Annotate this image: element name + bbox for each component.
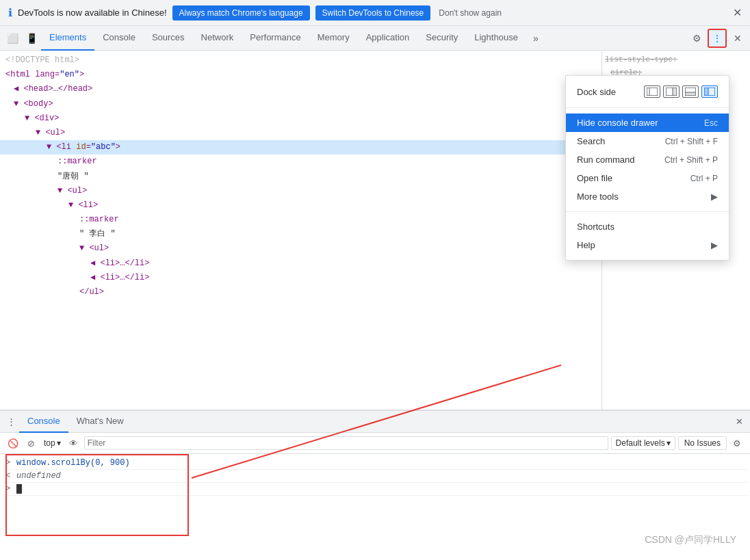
inspect-element-icon[interactable]: ⬜ xyxy=(3,29,22,48)
close-devtools-icon[interactable]: ✕ xyxy=(728,29,747,48)
dom-line[interactable]: ▼ <div> xyxy=(0,111,602,126)
dom-line[interactable]: " 李白 " xyxy=(0,227,602,241)
menu-item-label: Help xyxy=(577,240,595,250)
style-line: list-style-type: xyxy=(605,53,747,66)
match-language-button[interactable]: Always match Chrome's language xyxy=(172,5,310,21)
console-entry: < undefined xyxy=(3,470,747,483)
three-dot-menu-icon[interactable]: ⋮ xyxy=(708,29,727,48)
notification-bar: ℹ DevTools is now available in Chinese! … xyxy=(0,0,750,26)
dropdown-arrow-icon: ▾ xyxy=(667,438,671,448)
drawer-tab-whats-new[interactable]: What's New xyxy=(68,411,132,433)
default-levels-dropdown[interactable]: Default levels ▾ xyxy=(611,436,675,450)
device-toolbar-icon[interactable]: 📱 xyxy=(22,29,41,48)
dock-side-label: Dock side xyxy=(577,87,616,97)
menu-item-label: Search xyxy=(577,136,605,146)
settings-icon[interactable]: ⚙ xyxy=(687,29,706,48)
dock-right-icon[interactable] xyxy=(663,85,680,98)
console-toolbar: 🚫 ⊘ top ▾ 👁 Default levels ▾ No Issues ⚙ xyxy=(0,433,750,454)
menu-primary-section: Hide console drawer Esc Search Ctrl + Sh… xyxy=(566,108,729,212)
dom-line-selected[interactable]: ▼ <li id="abc"> xyxy=(0,140,602,155)
menu-item-search[interactable]: Search Ctrl + Shift + F xyxy=(566,132,729,150)
menu-shortcut: Esc xyxy=(704,118,718,128)
dom-line[interactable]: ▼ <ul> xyxy=(0,241,602,256)
dom-line[interactable]: ▼ <ul> xyxy=(0,126,602,140)
tab-elements[interactable]: Elements xyxy=(41,26,94,51)
menu-item-open-file[interactable]: Open file Ctrl + P xyxy=(566,169,729,187)
console-result: undefined xyxy=(16,471,61,481)
drawer-menu-icon[interactable]: ⋮ xyxy=(3,414,19,430)
tab-security[interactable]: Security xyxy=(417,26,466,51)
console-return-icon: < xyxy=(5,471,14,481)
main-area: <!DOCTYPE html> <html lang="en"> ◀ <head… xyxy=(0,51,750,560)
dock-left-icon[interactable] xyxy=(701,85,718,98)
console-code: window.scrollBy(0, 900) xyxy=(16,458,130,468)
svg-rect-7 xyxy=(685,92,696,96)
console-cursor-entry[interactable]: > xyxy=(3,483,747,496)
console-settings-icon[interactable]: ⚙ xyxy=(729,436,745,451)
svg-rect-10 xyxy=(704,88,708,96)
more-tabs-icon[interactable]: » xyxy=(526,29,545,48)
tab-application[interactable]: Application xyxy=(358,26,418,51)
dom-line[interactable]: ◀ <li>…</li> xyxy=(0,256,602,271)
dom-line[interactable]: ▼ <li> xyxy=(0,198,602,213)
menu-shortcut: Ctrl + Shift + F xyxy=(665,137,718,146)
tab-network[interactable]: Network xyxy=(193,26,242,51)
menu-item-run-command[interactable]: Run command Ctrl + Shift + P xyxy=(566,150,729,169)
switch-chinese-button[interactable]: Switch DevTools to Chinese xyxy=(315,5,431,21)
tabs-bar: ⬜ 📱 Elements Console Sources Network Per… xyxy=(0,26,750,51)
dom-line[interactable]: ::marker xyxy=(0,155,602,169)
dom-line[interactable]: ::marker xyxy=(0,213,602,227)
menu-secondary-section: Shortcuts Help ▶ xyxy=(566,212,729,260)
dont-show-link[interactable]: Don't show again xyxy=(439,8,502,18)
tab-lighthouse[interactable]: Lighthouse xyxy=(466,26,526,51)
dropdown-icon: ▾ xyxy=(57,438,61,448)
dom-line[interactable]: <html lang="en"> xyxy=(0,68,602,82)
dom-line[interactable]: ▼ <body> xyxy=(0,97,602,111)
console-prompt: > xyxy=(5,458,14,468)
menu-item-help[interactable]: Help ▶ xyxy=(566,236,729,254)
menu-item-label: Hide console drawer xyxy=(577,118,658,128)
context-menu: Dock side xyxy=(565,75,729,261)
menu-item-hide-console[interactable]: Hide console drawer Esc xyxy=(566,114,729,132)
submenu-arrow-icon: ▶ xyxy=(711,191,718,202)
drawer-close-icon[interactable]: ✕ xyxy=(731,414,747,430)
info-icon: ℹ xyxy=(8,6,12,19)
menu-item-more-tools[interactable]: More tools ▶ xyxy=(566,187,729,206)
drawer-tabs: ⋮ Console What's New ✕ xyxy=(0,411,750,433)
menu-item-shortcuts[interactable]: Shortcuts xyxy=(566,217,729,236)
notification-text: DevTools is now available in Chinese! xyxy=(18,8,167,18)
dock-side-section: Dock side xyxy=(566,76,729,108)
eye-icon[interactable]: 👁 xyxy=(66,436,81,451)
menu-item-label: Open file xyxy=(577,173,612,183)
clear-console-icon[interactable]: 🚫 xyxy=(5,436,21,451)
dom-line[interactable]: <!DOCTYPE html> xyxy=(0,53,602,68)
svg-rect-0 xyxy=(647,88,658,96)
console-filter-input[interactable] xyxy=(84,436,608,450)
dock-bottom-icon[interactable] xyxy=(682,85,699,98)
default-levels-label: Default levels xyxy=(616,438,665,448)
dom-line[interactable]: ◀ <li>…</li> xyxy=(0,271,602,285)
console-cursor[interactable] xyxy=(16,484,22,494)
watermark: CSDN @卢同学HLLY xyxy=(645,534,736,546)
drawer-tab-console[interactable]: Console xyxy=(19,411,68,433)
dom-line[interactable]: </ul> xyxy=(0,285,602,299)
dom-line[interactable]: ◀ <head>…</head> xyxy=(0,82,602,96)
dock-undock-icon[interactable] xyxy=(644,85,660,98)
dom-line[interactable]: ▼ <ul> xyxy=(0,184,602,198)
tab-console[interactable]: Console xyxy=(94,26,144,51)
tab-performance[interactable]: Performance xyxy=(242,26,309,51)
dom-line[interactable]: "唐朝 " xyxy=(0,170,602,184)
console-prompt: > xyxy=(5,484,14,494)
notification-close-icon[interactable]: ✕ xyxy=(733,6,742,19)
console-output[interactable]: > window.scrollBy(0, 900) < undefined > xyxy=(0,454,750,560)
no-issues-badge[interactable]: No Issues xyxy=(678,436,727,450)
top-frame-selector[interactable]: top ▾ xyxy=(41,437,64,449)
block-icon[interactable]: ⊘ xyxy=(23,436,38,451)
submenu-arrow-icon: ▶ xyxy=(711,240,718,250)
menu-shortcut: Ctrl + Shift + P xyxy=(664,155,718,165)
tab-memory[interactable]: Memory xyxy=(309,26,358,51)
menu-item-label: Shortcuts xyxy=(577,222,615,232)
console-entry: > window.scrollBy(0, 900) xyxy=(3,457,747,470)
tab-sources[interactable]: Sources xyxy=(144,26,193,51)
bottom-drawer: ⋮ Console What's New ✕ 🚫 ⊘ top ▾ 👁 Defau… xyxy=(0,410,750,560)
